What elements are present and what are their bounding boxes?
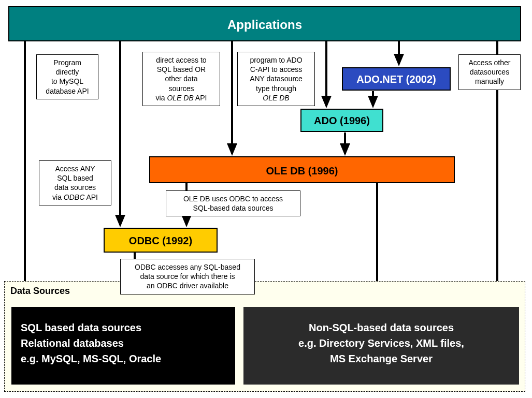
adonet-label: ADO.NET (2002) (356, 73, 436, 85)
nonsql-sources-box: Non-SQL-based data sources e.g. Director… (243, 307, 519, 385)
sql-sources-box: SQL based data sources Relational databa… (11, 307, 235, 385)
nonsql-line1: Non-SQL-based data sources (309, 322, 454, 333)
applications-box: Applications (8, 6, 521, 41)
nonsql-line3: MS Exchange Server (330, 353, 433, 364)
annotation-oledb-uses-odbc: OLE DB uses ODBC to access SQL-based dat… (166, 190, 300, 216)
sql-sources-line3: e.g. MySQL, MS-SQL, Oracle (21, 353, 161, 364)
annotation-odbc-api: Access ANY SQL based data sources via OD… (39, 160, 111, 205)
oledb-box: OLE DB (1996) (149, 156, 455, 183)
oledb-label: OLE DB (1996) (266, 165, 338, 176)
ado-box: ADO (1996) (300, 109, 383, 132)
odbc-box: ODBC (1992) (104, 228, 218, 253)
annotation-odbc-driver: ODBC accesses any SQL-based data source … (120, 259, 255, 294)
sql-sources-line2: Relational databases (21, 337, 124, 349)
applications-label: Applications (227, 18, 302, 32)
diagram-container: Applications ADO.NET (2002) ADO (1996) O… (0, 0, 532, 398)
annotation-oledb-direct: direct access to SQL based OR other data… (142, 52, 220, 106)
annotation-manual-access: Access other datasources manually (458, 54, 521, 90)
odbc-label: ODBC (1992) (129, 235, 192, 246)
adonet-box: ADO.NET (2002) (342, 67, 451, 91)
sql-sources-line1: SQL based data sources (21, 322, 141, 333)
ado-label: ADO (1996) (314, 115, 370, 126)
nonsql-line2: e.g. Directory Services, XML files, (298, 337, 464, 349)
data-sources-label: Data Sources (8, 285, 72, 298)
annotation-mysql-api: Program directly to MySQL database API (36, 54, 98, 99)
annotation-ado-capi: program to ADO C-API to access ANY datas… (237, 52, 315, 106)
